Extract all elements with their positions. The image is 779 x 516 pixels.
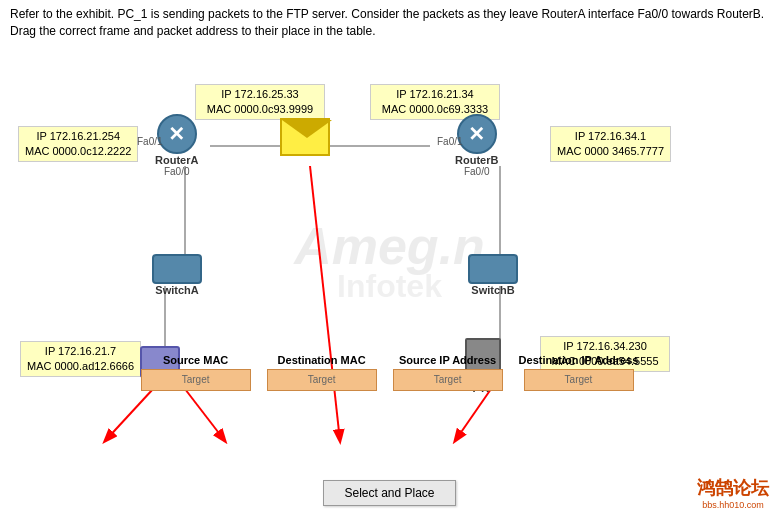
router-b: ✕ RouterB Fa0/1 Fa0/0 bbox=[455, 114, 498, 177]
source-mac-col: Source MAC Target bbox=[141, 354, 251, 391]
packet-envelope bbox=[280, 118, 330, 156]
diagram-area: Ameg.n Infotek IP 172.16.25.33 MAC 0000.… bbox=[0, 46, 779, 446]
dest-ip-header: Destination IP Address bbox=[519, 354, 639, 366]
switch-b: SwitchB bbox=[468, 254, 518, 296]
dest-mac-col: Destination MAC Target bbox=[267, 354, 377, 391]
source-mac-target[interactable]: Target bbox=[141, 369, 251, 391]
dest-ip-col: Destination IP Address Target bbox=[519, 354, 639, 391]
select-and-place-button[interactable]: Select and Place bbox=[323, 480, 455, 506]
watermark2: Infotek bbox=[337, 267, 442, 304]
source-mac-header: Source MAC bbox=[163, 354, 228, 366]
dest-mac-header: Destination MAC bbox=[278, 354, 366, 366]
switch-a: SwitchA bbox=[152, 254, 202, 296]
svg-line-7 bbox=[310, 166, 340, 441]
source-ip-header: Source IP Address bbox=[399, 354, 496, 366]
info-box-left: IP 172.16.21.254 MAC 0000.0c12.2222 bbox=[18, 126, 138, 163]
logo-chinese: 鸿鹄论坛 bbox=[697, 476, 769, 500]
dest-mac-target[interactable]: Target bbox=[267, 369, 377, 391]
dest-ip-target[interactable]: Target bbox=[524, 369, 634, 391]
info-box-right: IP 172.16.34.1 MAC 0000 3465.7777 bbox=[550, 126, 671, 163]
instruction-text: Refer to the exhibit. PC_1 is sending pa… bbox=[0, 0, 779, 46]
button-area: Select and Place bbox=[0, 480, 779, 506]
source-ip-col: Source IP Address Target bbox=[393, 354, 503, 391]
info-box-top-left: IP 172.16.25.33 MAC 0000.0c93.9999 bbox=[195, 84, 325, 121]
answer-table: Source MAC Target Destination MAC Target… bbox=[0, 354, 779, 391]
router-a: ✕ RouterA Fa0/0 Fa0/1 bbox=[155, 114, 198, 177]
logo-url: bbs.hh010.com bbox=[697, 500, 769, 510]
source-ip-target[interactable]: Target bbox=[393, 369, 503, 391]
logo-area: 鸿鹄论坛 bbs.hh010.com bbox=[697, 476, 769, 510]
watermark1: Ameg.n bbox=[294, 216, 485, 276]
